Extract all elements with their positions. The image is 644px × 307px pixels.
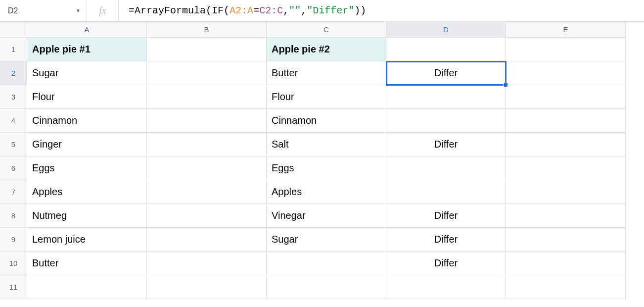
cell-A11[interactable] — [27, 275, 147, 299]
row-header-2[interactable]: 2 — [0, 61, 27, 85]
cell-B7[interactable] — [147, 180, 267, 204]
name-box[interactable]: D2 ▼ — [0, 0, 87, 21]
row-header-10[interactable]: 10 — [0, 252, 27, 275]
cell-B3[interactable] — [147, 85, 267, 109]
cell-C4[interactable]: Cinnamon — [267, 109, 386, 133]
column-header-A[interactable]: A — [27, 22, 147, 38]
cell-E8[interactable] — [506, 204, 626, 228]
cell-D10[interactable]: Differ — [386, 252, 506, 275]
cell-E7[interactable] — [506, 180, 626, 204]
table-row: 3FlourFlour — [0, 85, 644, 109]
table-row: 11 — [0, 275, 644, 299]
cell-C11[interactable] — [267, 275, 386, 299]
row-header-1[interactable]: 1 — [0, 38, 27, 61]
cell-D2[interactable]: Differ — [386, 61, 506, 85]
cell-E9[interactable] — [506, 228, 626, 252]
cell-C7[interactable]: Apples — [267, 180, 386, 204]
cell-C8[interactable]: Vinegar — [267, 204, 386, 228]
column-header-D[interactable]: D — [386, 22, 506, 38]
formula-string-differ: "Differ" — [307, 5, 354, 16]
formula-close1: ) — [360, 5, 366, 16]
cell-B8[interactable] — [147, 204, 267, 228]
cell-E10[interactable] — [506, 252, 626, 275]
formula-close2: ) — [354, 5, 360, 16]
formula-comma2: , — [301, 5, 307, 16]
formula-input[interactable]: =ArrayFormula(IF(A2:A=C2:C,"","Differ")) — [119, 0, 644, 21]
cell-A4[interactable]: Cinnamon — [27, 109, 147, 133]
row-header-5[interactable]: 5 — [0, 133, 27, 156]
formula-string-empty: "" — [289, 5, 301, 16]
table-row: 7ApplesApples — [0, 180, 644, 204]
cell-D9[interactable]: Differ — [386, 228, 506, 252]
cell-B9[interactable] — [147, 228, 267, 252]
cell-B6[interactable] — [147, 156, 267, 180]
row-header-6[interactable]: 6 — [0, 156, 27, 180]
formula-range-c: C2:C — [259, 5, 283, 16]
spreadsheet-grid: ABCDE 1Apple pie #1Apple pie #22SugarBut… — [0, 22, 644, 299]
formula-fn-if: IF — [212, 5, 224, 16]
cell-A5[interactable]: Ginger — [27, 133, 147, 156]
cell-C9[interactable]: Sugar — [267, 228, 386, 252]
cell-B1[interactable] — [147, 38, 267, 61]
cell-C6[interactable]: Eggs — [267, 156, 386, 180]
cell-B10[interactable] — [147, 252, 267, 275]
cell-B2[interactable] — [147, 61, 267, 85]
cell-D1[interactable] — [386, 38, 506, 61]
cell-A3[interactable]: Flour — [27, 85, 147, 109]
row-header-11[interactable]: 11 — [0, 275, 27, 299]
formula-fn-arrayformula: ArrayFormula — [135, 5, 206, 16]
cell-E6[interactable] — [506, 156, 626, 180]
cell-B4[interactable] — [147, 109, 267, 133]
column-header-E[interactable]: E — [506, 22, 626, 38]
cell-A8[interactable]: Nutmeg — [27, 204, 147, 228]
name-box-dropdown-icon[interactable]: ▼ — [76, 8, 81, 13]
cell-A1[interactable]: Apple pie #1 — [27, 38, 147, 61]
cell-E5[interactable] — [506, 133, 626, 156]
cell-D11[interactable] — [386, 275, 506, 299]
cell-D3[interactable] — [386, 85, 506, 109]
table-row: 8NutmegVinegarDiffer — [0, 204, 644, 228]
row-header-9[interactable]: 9 — [0, 228, 27, 252]
cell-A9[interactable]: Lemon juice — [27, 228, 147, 252]
table-row: 9Lemon juiceSugarDiffer — [0, 228, 644, 252]
cell-D7[interactable] — [386, 180, 506, 204]
cell-C10[interactable] — [267, 252, 386, 275]
cell-A6[interactable]: Eggs — [27, 156, 147, 180]
formula-comma1: , — [283, 5, 289, 16]
cell-E3[interactable] — [506, 85, 626, 109]
row-header-8[interactable]: 8 — [0, 204, 27, 228]
cell-B11[interactable] — [147, 275, 267, 299]
cell-E1[interactable] — [506, 38, 626, 61]
row-header-4[interactable]: 4 — [0, 109, 27, 133]
cell-E2[interactable] — [506, 61, 626, 85]
column-header-C[interactable]: C — [267, 22, 386, 38]
row-header-7[interactable]: 7 — [0, 180, 27, 204]
formula-bar: D2 ▼ fx =ArrayFormula(IF(A2:A=C2:C,"","D… — [0, 0, 644, 22]
cell-D5[interactable]: Differ — [386, 133, 506, 156]
table-row: 4CinnamonCinnamon — [0, 109, 644, 133]
cell-D4[interactable] — [386, 109, 506, 133]
cell-C3[interactable]: Flour — [267, 85, 386, 109]
row-header-3[interactable]: 3 — [0, 85, 27, 109]
formula-eq: = — [129, 5, 135, 16]
column-header-B[interactable]: B — [147, 22, 267, 38]
name-box-value: D2 — [8, 6, 18, 15]
cell-A2[interactable]: Sugar — [27, 61, 147, 85]
cell-C2[interactable]: Butter — [267, 61, 386, 85]
cell-E11[interactable] — [506, 275, 626, 299]
formula-open1: ( — [206, 5, 212, 16]
cell-C1[interactable]: Apple pie #2 — [267, 38, 386, 61]
column-headers-row: ABCDE — [0, 22, 644, 38]
cell-A7[interactable]: Apples — [27, 180, 147, 204]
selection-fill-handle[interactable] — [504, 83, 508, 87]
cell-B5[interactable] — [147, 133, 267, 156]
cell-D8[interactable]: Differ — [386, 204, 506, 228]
cell-A10[interactable]: Butter — [27, 252, 147, 275]
cell-D6[interactable] — [386, 156, 506, 180]
table-row: 5GingerSaltDiffer — [0, 133, 644, 156]
cell-C5[interactable]: Salt — [267, 133, 386, 156]
table-row: 10ButterDiffer — [0, 252, 644, 275]
table-row: 2SugarButterDiffer — [0, 61, 644, 85]
cell-E4[interactable] — [506, 109, 626, 133]
select-all-corner[interactable] — [0, 22, 27, 38]
